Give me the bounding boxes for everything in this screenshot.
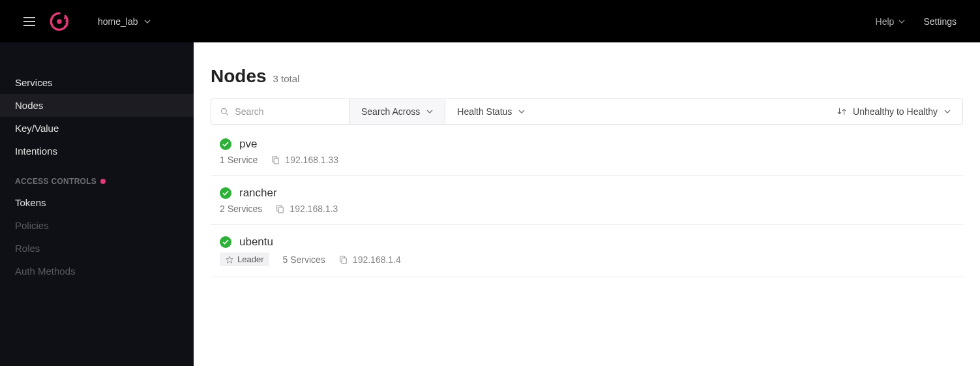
page-title: Nodes xyxy=(211,66,267,87)
star-icon xyxy=(226,256,233,264)
datacenter-label: home_lab xyxy=(98,16,138,27)
chevron-down-icon xyxy=(144,20,151,23)
top-header: home_lab Help Settings xyxy=(0,0,980,42)
sidebar-heading-label: ACCESS CONTROLS xyxy=(15,177,97,186)
svg-rect-10 xyxy=(279,207,284,213)
chevron-down-icon xyxy=(944,110,951,114)
page-title-row: Nodes 3 total xyxy=(211,66,963,87)
datacenter-select[interactable]: home_lab xyxy=(98,16,151,27)
help-menu[interactable]: Help xyxy=(876,16,906,27)
copy-icon[interactable] xyxy=(271,155,280,164)
sidebar-item-roles[interactable]: Roles xyxy=(0,237,194,260)
node-row[interactable]: pve 1 Service 192.168.1.33 xyxy=(211,127,963,176)
node-services: 2 Services xyxy=(220,204,262,214)
copy-icon[interactable] xyxy=(338,255,348,264)
sidebar: Services Nodes Key/Value Intentions ACCE… xyxy=(0,42,194,366)
help-label: Help xyxy=(876,16,895,27)
svg-rect-8 xyxy=(275,158,279,164)
health-status-label: Health Status xyxy=(457,106,512,117)
sidebar-item-keyvalue[interactable]: Key/Value xyxy=(0,117,194,140)
chevron-down-icon xyxy=(898,20,905,23)
node-services: 1 Service xyxy=(220,155,258,165)
sidebar-item-intentions[interactable]: Intentions xyxy=(0,140,194,162)
chevron-down-icon xyxy=(426,110,433,114)
svg-point-5 xyxy=(222,108,227,114)
node-ip: 192.168.1.4 xyxy=(353,254,401,265)
node-ip: 192.168.1.33 xyxy=(285,155,338,165)
svg-line-6 xyxy=(226,113,228,115)
node-address: 192.168.1.33 xyxy=(271,155,338,165)
filter-bar: Search Across Health Status Unhealthy to… xyxy=(211,99,963,125)
sort-label: Unhealthy to Healthy xyxy=(853,106,938,117)
node-address: 192.168.1.4 xyxy=(338,254,401,265)
node-row[interactable]: rancher 2 Services 192.168.1.3 xyxy=(211,176,963,225)
main-content: Nodes 3 total Search Across Health Statu… xyxy=(194,42,980,366)
sidebar-item-nodes[interactable]: Nodes xyxy=(0,94,194,117)
status-passing-icon xyxy=(220,138,231,150)
menu-icon[interactable] xyxy=(23,17,35,26)
search-input[interactable] xyxy=(235,106,340,117)
sidebar-item-policies[interactable]: Policies xyxy=(0,214,194,237)
sidebar-item-services[interactable]: Services xyxy=(0,71,194,94)
health-status-filter[interactable]: Health Status xyxy=(445,99,537,124)
leader-badge: Leader xyxy=(220,252,269,266)
svg-point-2 xyxy=(65,20,67,22)
chevron-down-icon xyxy=(518,110,525,114)
node-name: rancher xyxy=(239,187,277,200)
sort-icon xyxy=(837,107,846,116)
svg-point-4 xyxy=(64,25,66,27)
consul-logo-icon[interactable] xyxy=(50,12,69,31)
settings-link[interactable]: Settings xyxy=(923,16,957,27)
node-row[interactable]: ubentu Leader 5 Services 192.168.1.4 xyxy=(211,225,963,277)
search-across-label: Search Across xyxy=(361,106,420,117)
node-name: ubentu xyxy=(239,236,273,249)
svg-point-0 xyxy=(57,19,61,23)
search-across-select[interactable]: Search Across xyxy=(349,99,445,124)
sidebar-item-auth-methods[interactable]: Auth Methods xyxy=(0,260,194,282)
search-box xyxy=(211,99,349,124)
node-ip: 192.168.1.3 xyxy=(290,204,338,214)
node-name: pve xyxy=(239,138,257,151)
page-count: 3 total xyxy=(273,73,300,84)
status-passing-icon xyxy=(220,236,231,248)
svg-point-1 xyxy=(64,17,66,19)
leader-label: Leader xyxy=(237,254,263,264)
sort-select[interactable]: Unhealthy to Healthy xyxy=(825,99,962,124)
svg-point-3 xyxy=(65,22,67,24)
node-address: 192.168.1.3 xyxy=(275,204,338,214)
search-icon xyxy=(220,107,228,116)
sidebar-heading-access: ACCESS CONTROLS xyxy=(0,162,194,191)
copy-icon[interactable] xyxy=(275,204,284,213)
node-services: 5 Services xyxy=(282,254,325,265)
status-passing-icon xyxy=(220,187,231,199)
status-dot-icon xyxy=(100,179,106,184)
sidebar-item-tokens[interactable]: Tokens xyxy=(0,191,194,214)
svg-rect-12 xyxy=(342,258,346,264)
